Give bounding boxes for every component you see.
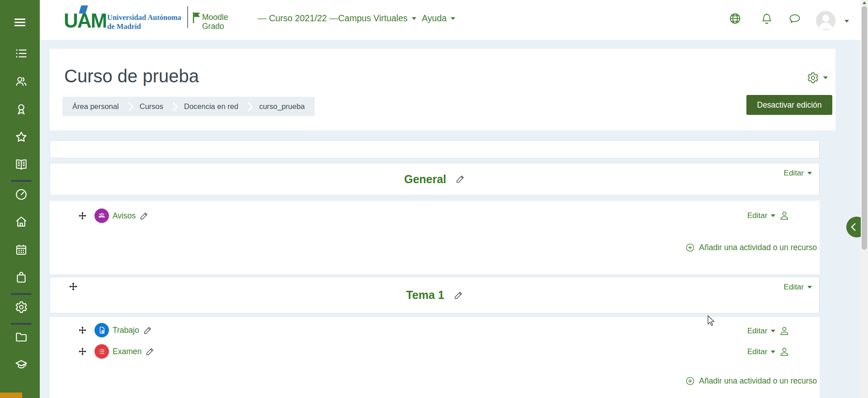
sidebar-item-grades[interactable] — [14, 158, 28, 171]
sidebar-item-private-files[interactable] — [14, 270, 28, 284]
messages-chat-icon[interactable] — [788, 12, 801, 25]
logo-divider — [187, 6, 188, 28]
caret-down-icon — [807, 172, 812, 175]
plus-circle-icon — [685, 243, 695, 252]
list-icon — [14, 47, 28, 60]
caret-down-icon — [451, 17, 455, 20]
nav-course-session: — Curso 2021/22 — — [258, 13, 338, 24]
calendar-icon — [14, 243, 28, 256]
dashboard-icon — [14, 188, 28, 201]
page-title: Curso de prueba — [64, 66, 199, 86]
sidebar-item-calendar[interactable] — [14, 243, 28, 256]
activity-edit-menu[interactable]: Editar — [747, 210, 789, 221]
hamburger-icon[interactable] — [14, 19, 25, 28]
section-content-tema-1: Trabajo Editar Examen Editar Añadir una … — [50, 317, 820, 398]
users-icon — [14, 75, 28, 88]
moodle-product-name[interactable]: Moodle Grado — [202, 13, 228, 31]
sidebar-item-files[interactable] — [14, 330, 28, 344]
activity-link[interactable]: Avisos — [113, 211, 136, 221]
caret-down-icon — [771, 351, 775, 353]
scroll-up-arrow-icon[interactable] — [863, 1, 866, 4]
activity-link[interactable]: Trabajo — [113, 326, 139, 335]
avatar[interactable] — [816, 11, 835, 30]
course-settings-menu[interactable] — [807, 71, 828, 84]
sidebar-divider — [11, 180, 32, 182]
assignment-icon[interactable] — [94, 323, 109, 337]
activity-edit-menu[interactable]: Editar — [747, 346, 789, 357]
activity-row-avisos: Avisos — [78, 208, 149, 223]
caret-down-icon — [412, 17, 416, 20]
sidebar-item-admin[interactable] — [14, 300, 28, 314]
section-content-general: Avisos Editar Añadir una actividad o un … — [50, 201, 820, 274]
edit-title-pencil-icon[interactable] — [139, 211, 149, 221]
toggle-editing-button[interactable]: Desactivar edición — [746, 95, 832, 115]
graduation-cap-icon — [14, 358, 28, 371]
section-header-general: General Editar — [50, 163, 820, 195]
edit-title-pencil-icon[interactable] — [145, 347, 155, 356]
move-handle-icon[interactable] — [78, 211, 87, 221]
university-name[interactable]: Universidad Autónoma de Madrid — [107, 13, 181, 31]
scrollbar-thumb[interactable] — [862, 6, 867, 250]
sidebar-item-competencies[interactable] — [14, 130, 28, 144]
activity-row-examen: Examen — [78, 344, 155, 359]
breadcrumb-curso-prueba[interactable]: curso_prueba — [259, 102, 305, 111]
sidebar-nav — [0, 0, 40, 398]
breadcrumb-separator-icon — [125, 102, 134, 111]
move-handle-icon[interactable] — [78, 326, 87, 335]
language-globe-icon[interactable] — [729, 12, 741, 25]
caret-down-icon — [771, 214, 775, 217]
sidebar-item-participants[interactable] — [14, 75, 28, 88]
section-edit-menu[interactable]: Editar — [784, 169, 812, 178]
moodle-flag-icon — [193, 12, 200, 25]
breadcrumb-separator-icon — [244, 102, 253, 111]
star-icon — [14, 130, 28, 144]
book-icon — [14, 158, 28, 171]
edit-title-pencil-icon[interactable] — [453, 290, 463, 300]
move-handle-icon[interactable] — [78, 347, 87, 356]
gear-icon — [14, 300, 28, 314]
quiz-icon[interactable] — [94, 344, 109, 359]
badge-icon — [14, 102, 28, 116]
uam-logo[interactable]: UAM — [64, 11, 106, 31]
page-scrollbar[interactable] — [861, 0, 868, 398]
move-section-handle-icon[interactable] — [68, 282, 78, 292]
activity-row-trabajo: Trabajo — [78, 322, 152, 338]
section-title: General — [50, 163, 819, 195]
bag-icon — [14, 270, 28, 284]
add-activity-link[interactable]: Añadir una actividad o un recurso — [685, 243, 817, 252]
taskbar-accent — [0, 393, 22, 398]
edit-title-pencil-icon[interactable] — [455, 174, 465, 184]
activity-link[interactable]: Examen — [113, 347, 142, 356]
assign-roles-person-icon[interactable] — [779, 210, 789, 221]
sidebar-item-courses[interactable] — [14, 358, 28, 371]
sidebar-item-sections[interactable] — [14, 47, 28, 60]
section-edit-menu[interactable]: Editar — [784, 283, 812, 292]
add-activity-link[interactable]: Añadir una actividad o un recurso — [685, 376, 817, 386]
home-icon — [14, 215, 28, 228]
breadcrumb-cursos[interactable]: Cursos — [140, 102, 163, 111]
notifications-bell-icon[interactable] — [760, 12, 773, 25]
caret-down-icon — [823, 76, 828, 79]
section-header-tema-1: Tema 1 Editar — [50, 277, 820, 313]
breadcrumb-separator-icon — [169, 102, 178, 111]
assign-roles-person-icon[interactable] — [779, 326, 789, 336]
breadcrumb-docencia-en-red[interactable]: Docencia en red — [184, 102, 238, 111]
edit-title-pencil-icon[interactable] — [143, 326, 152, 335]
caret-down-icon — [771, 330, 775, 332]
forum-icon[interactable] — [94, 208, 109, 223]
nav-ayuda[interactable]: Ayuda — [422, 13, 455, 24]
assign-roles-person-icon[interactable] — [779, 346, 789, 357]
sidebar-item-home[interactable] — [14, 215, 28, 228]
gear-icon — [807, 71, 819, 84]
sidebar-item-badges[interactable] — [14, 102, 28, 116]
section-summary-box — [50, 140, 820, 158]
activity-edit-menu[interactable]: Editar — [747, 326, 789, 336]
user-menu-caret-icon[interactable] — [844, 16, 849, 24]
caret-down-icon — [807, 286, 812, 289]
section-title: Tema 1 — [50, 277, 819, 313]
sidebar-item-dashboard[interactable] — [14, 188, 28, 201]
nav-campus-virtuales[interactable]: Campus Virtuales — [338, 13, 416, 24]
breadcrumb-area-personal[interactable]: Área personal — [72, 102, 119, 111]
sidebar-divider — [11, 323, 32, 325]
breadcrumb: Área personal Cursos Docencia en red cur… — [62, 97, 315, 116]
